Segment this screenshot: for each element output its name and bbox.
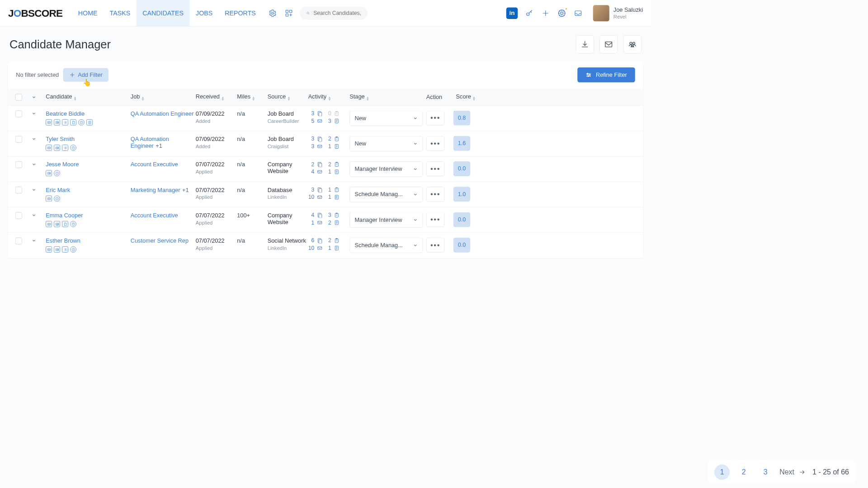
activity-count[interactable]: 4 (308, 169, 315, 175)
job-link[interactable]: Customer Service Rep (131, 238, 189, 244)
stage-select[interactable]: Schedule Manag... (349, 238, 423, 253)
score-badge[interactable]: 0.0 (453, 161, 471, 176)
row-checkbox[interactable] (15, 187, 22, 193)
add-filter-button[interactable]: Add Filter 👆 (63, 68, 108, 82)
id-icon[interactable] (54, 221, 60, 227)
nav-tasks[interactable]: TASKS (104, 0, 137, 26)
activity-icon[interactable] (333, 118, 340, 124)
list-icon[interactable] (62, 246, 68, 253)
activity-count[interactable]: 3 (308, 187, 315, 193)
activity-count[interactable]: 6 (308, 238, 315, 244)
row-actions-button[interactable]: ••• (426, 238, 445, 253)
activity-count[interactable]: 4 (308, 212, 315, 219)
key-icon[interactable] (524, 8, 534, 18)
col-stage[interactable]: Stage (349, 94, 426, 101)
job-link[interactable]: Account Executive (131, 212, 178, 219)
share-button[interactable] (623, 35, 642, 54)
logo[interactable]: JOBSCORE (8, 7, 62, 19)
id-icon[interactable] (46, 170, 52, 177)
activity-count[interactable]: 1 (325, 187, 331, 193)
activity-count[interactable]: 1 (325, 143, 331, 150)
activity-count[interactable]: 2 (325, 161, 331, 168)
activity-count[interactable]: 1 (325, 194, 331, 201)
activity-icon[interactable] (316, 238, 323, 244)
file-icon[interactable] (62, 221, 68, 227)
candidate-link[interactable]: Esther Brown (46, 238, 80, 244)
job-link[interactable]: Account Executive (131, 161, 178, 168)
row-checkbox[interactable] (15, 238, 22, 244)
card-icon[interactable] (46, 145, 52, 151)
activity-icon[interactable] (333, 136, 340, 142)
score-badge[interactable]: 0.0 (453, 238, 471, 253)
activity-count[interactable]: 2 (325, 220, 331, 226)
activity-count[interactable]: 3 (308, 111, 315, 117)
expand-row[interactable] (31, 212, 37, 219)
activity-icon[interactable] (316, 169, 323, 174)
activity-icon[interactable] (316, 245, 323, 251)
job-link[interactable]: QA Automation Engineer (131, 111, 194, 117)
row-actions-button[interactable]: ••• (426, 187, 445, 202)
plus-icon[interactable] (541, 8, 550, 18)
activity-icon[interactable] (333, 162, 340, 167)
doc-icon[interactable] (86, 119, 93, 126)
activity-count[interactable]: 3 (325, 212, 331, 219)
expand-all[interactable] (31, 94, 37, 100)
id-icon[interactable] (54, 119, 60, 126)
card-icon[interactable] (46, 246, 52, 253)
page-1[interactable]: 1 (714, 465, 730, 480)
activity-icon[interactable] (316, 162, 323, 167)
expand-row[interactable] (31, 136, 37, 142)
stage-select[interactable]: New (349, 136, 423, 152)
activity-count[interactable]: 3 (308, 143, 315, 150)
activity-icon[interactable] (333, 238, 340, 244)
download-button[interactable] (576, 35, 594, 54)
page-next[interactable]: Next (779, 468, 806, 476)
expand-row[interactable] (31, 161, 37, 168)
expand-row[interactable] (31, 187, 37, 193)
activity-icon[interactable] (333, 220, 340, 225)
email-button[interactable] (599, 35, 618, 54)
activity-count[interactable]: 5 (308, 118, 315, 124)
score-badge[interactable]: 0.0 (453, 212, 471, 227)
score-badge[interactable]: 0.8 (453, 111, 471, 126)
clock-icon[interactable] (54, 196, 60, 202)
score-badge[interactable]: 1.0 (453, 187, 471, 202)
score-badge[interactable]: 1.6 (453, 136, 471, 151)
candidate-link[interactable]: Eric Mark (46, 187, 70, 193)
stage-select[interactable]: Manager Interview (349, 212, 423, 228)
activity-count[interactable]: 1 (308, 220, 315, 226)
gear-icon[interactable] (268, 8, 278, 18)
stage-select[interactable]: Schedule Manag... (349, 187, 423, 202)
row-actions-button[interactable]: ••• (426, 212, 445, 227)
activity-count[interactable]: 0 (325, 111, 331, 117)
user-menu[interactable]: Joe Saluzki Revel (593, 5, 643, 21)
help-icon[interactable] (557, 8, 566, 18)
col-activity[interactable]: Activity (308, 94, 350, 101)
nav-reports[interactable]: REPORTS (219, 0, 262, 26)
nav-candidates[interactable]: CANDIDATES (137, 0, 190, 26)
job-link[interactable]: Marketing Manager (131, 187, 180, 193)
activity-icon[interactable] (316, 212, 323, 218)
clock-icon[interactable] (70, 221, 76, 227)
activity-icon[interactable] (333, 169, 340, 174)
activity-icon[interactable] (333, 144, 340, 149)
col-score[interactable]: Score (453, 94, 476, 101)
select-all-checkbox[interactable] (15, 94, 22, 100)
clock-icon[interactable] (78, 119, 85, 126)
activity-icon[interactable] (333, 245, 340, 251)
card-icon[interactable] (46, 196, 52, 202)
activity-count[interactable]: 3 (308, 136, 315, 142)
card-icon[interactable] (46, 119, 52, 126)
job-link[interactable]: QA Automation Engineer (131, 136, 169, 149)
candidate-link[interactable]: Emma Cooper (46, 212, 83, 219)
apps-icon[interactable] (284, 8, 294, 18)
list-icon[interactable] (62, 145, 68, 151)
id-icon[interactable] (54, 246, 60, 253)
nav-jobs[interactable]: JOBS (190, 0, 219, 26)
activity-icon[interactable] (316, 187, 323, 192)
activity-icon[interactable] (316, 111, 323, 116)
row-checkbox[interactable] (15, 111, 22, 117)
candidate-link[interactable]: Beatrice Biddle (46, 111, 85, 117)
clock-icon[interactable] (54, 170, 60, 177)
row-checkbox[interactable] (15, 161, 22, 168)
